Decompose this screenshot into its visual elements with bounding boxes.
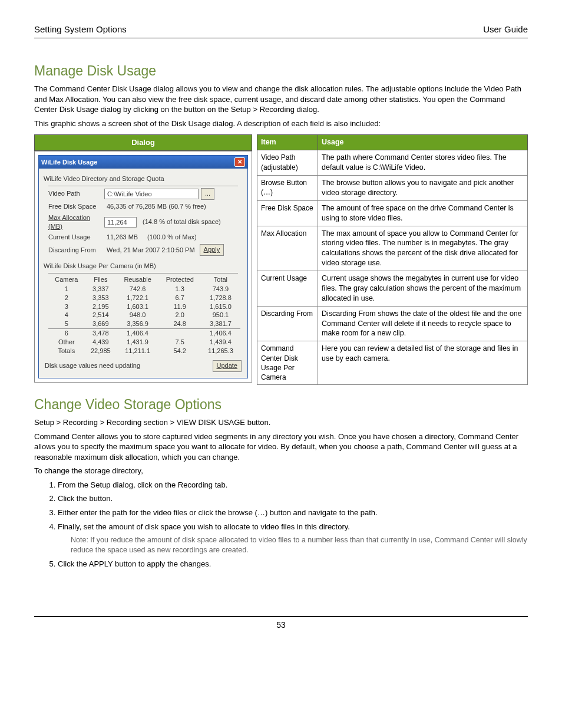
usage-cell-camera: 1 [48, 285, 85, 294]
section-title-change-video-storage: Change Video Storage Options [34, 396, 528, 414]
section1-para1: The Command Center Disk Usage dialog all… [34, 84, 528, 115]
usage-th-total: Total [201, 275, 240, 285]
usage-cell-reusable: 1,603.1 [117, 302, 158, 311]
desc-row: Current UsageCurrent usage shows the meg… [257, 271, 528, 307]
close-icon[interactable]: ✕ [234, 157, 245, 167]
desc-row: Free Disk SpaceThe amount of free space … [257, 200, 528, 226]
usage-th-protected: Protected [158, 275, 201, 285]
usage-cell-total: 11,265.3 [201, 347, 240, 355]
usage-cell-files: 4,439 [85, 338, 117, 347]
header-left: Setting System Options [34, 24, 127, 35]
current-usage-value: 11,263 MB [104, 232, 141, 242]
section2-para2: To change the storage directory, [34, 466, 528, 476]
usage-cell-reusable: 742.6 [117, 285, 158, 294]
label-discarding: Discarding From [48, 246, 104, 255]
max-alloc-input[interactable]: 11,264 [104, 217, 137, 228]
section-title-manage-disk-usage: Manage Disk Usage [34, 62, 528, 80]
usage-cell-camera: Totals [48, 347, 85, 355]
usage-row: Other4,4391,431.97.51,439.4 [48, 338, 240, 347]
usage-cell-files: 3,478 [85, 329, 117, 338]
usage-cell-reusable: 948.0 [117, 311, 158, 319]
section2-para1: Command Center allows you to store captu… [34, 431, 528, 463]
dialog-column-header: Dialog [34, 134, 252, 151]
discarding-value: Wed, 21 Mar 2007 2:10:50 PM [104, 245, 197, 255]
desc-th-usage: Usage [318, 135, 528, 150]
page-number: 53 [276, 620, 286, 630]
page-header: Setting System Options User Guide [34, 24, 528, 38]
step-3: Either enter the path for the video file… [58, 508, 528, 518]
usage-cell-camera: 4 [48, 311, 85, 319]
desc-th-item: Item [257, 135, 318, 150]
usage-row: 32,1951,603.111.91,615.0 [48, 302, 240, 311]
label-video-path: Video Path [48, 189, 104, 198]
usage-cell-protected: 54.2 [158, 347, 201, 355]
usage-row: Totals22,98511,211.154.211,265.3 [48, 347, 240, 355]
free-disk-value: 46,335 of 76,285 MB (60.7 % free) [104, 202, 209, 212]
usage-row: 23,3531,722.16.71,728.8 [48, 294, 240, 302]
disk-usage-dialog: WiLife Disk Usage ✕ WiLife Video Directo… [38, 155, 248, 378]
step4-note: Note: If you reduce the amount of disk s… [71, 535, 528, 555]
video-path-input[interactable]: C:\WiLife Video [104, 189, 199, 199]
usage-cell-reusable: 1,431.9 [117, 338, 158, 347]
label-current-usage: Current Usage [48, 233, 104, 242]
desc-usage: The amount of free space on the drive Co… [318, 200, 528, 226]
desc-usage: The max amount of space you allow to Com… [318, 226, 528, 271]
desc-item: Current Usage [257, 271, 318, 307]
usage-th-files: Files [85, 275, 117, 285]
group-storage-quota: WiLife Video Directory and Storage Quota [44, 174, 243, 183]
desc-row: Browse Button (…)The browse button allow… [257, 176, 528, 201]
section2-path: Setup > Recording > Recording section > … [34, 417, 528, 428]
desc-item: Free Disk Space [257, 200, 318, 226]
usage-cell-protected: 2.0 [158, 311, 201, 319]
group-usage-per-camera: WiLife Disk Usage Per Camera (in MB) [44, 262, 243, 271]
usage-cell-total: 1,439.4 [201, 338, 240, 347]
desc-item: Max Allocation [257, 226, 318, 271]
usage-cell-reusable: 1,722.1 [117, 294, 158, 302]
usage-cell-total: 743.9 [201, 285, 240, 294]
usage-cell-total: 3,381.7 [201, 319, 240, 328]
usage-cell-protected: 11.9 [158, 302, 201, 311]
usage-th-camera: Camera [48, 275, 85, 285]
steps-list: From the Setup dialog, click on the Reco… [58, 480, 528, 532]
usage-cell-protected: 1.3 [158, 285, 201, 294]
dialog-title: WiLife Disk Usage [41, 158, 97, 167]
desc-usage: Discarding From shows the date of the ol… [318, 306, 528, 341]
label-max-alloc: Max Allocation (MB) [48, 213, 104, 231]
description-table: Item Usage Video Path (adjustable)The pa… [257, 134, 528, 385]
usage-cell-camera: 5 [48, 319, 85, 328]
usage-cell-camera: 2 [48, 294, 85, 302]
usage-row: 53,6693,356.924.83,381.7 [48, 319, 240, 328]
usage-cell-files: 2,514 [85, 311, 117, 319]
desc-row: Video Path (adjustable)The path where Co… [257, 150, 528, 176]
usage-cell-total: 950.1 [201, 311, 240, 319]
usage-row: 42,514948.02.0950.1 [48, 311, 240, 319]
usage-cell-protected: 6.7 [158, 294, 201, 302]
usage-cell-protected [158, 329, 201, 338]
usage-cell-files: 3,353 [85, 294, 117, 302]
usage-th-reusable: Reusable [117, 275, 158, 285]
step-5: Click the APPLY button to apply the chan… [58, 559, 528, 569]
desc-item: Video Path (adjustable) [257, 150, 318, 176]
desc-item: Command Center Disk Usage Per Camera [257, 341, 318, 385]
usage-cell-camera: 6 [48, 329, 85, 338]
usage-table: Camera Files Reusable Protected Total 13… [48, 275, 240, 355]
usage-cell-camera: Other [48, 338, 85, 347]
current-usage-pct: (100.0 % of Max) [145, 232, 199, 242]
usage-row: 63,4781,406.41,406.4 [48, 329, 240, 338]
apply-button[interactable]: Apply [200, 244, 224, 256]
usage-cell-files: 3,337 [85, 285, 117, 294]
header-right: User Guide [483, 24, 528, 35]
section1-para2: This graphic shows a screen shot of the … [34, 118, 528, 129]
usage-cell-files: 22,985 [85, 347, 117, 355]
usage-cell-total: 1,406.4 [201, 329, 240, 338]
usage-cell-files: 3,669 [85, 319, 117, 328]
usage-cell-protected: 24.8 [158, 319, 201, 328]
steps-list-cont: Click the APPLY button to apply the chan… [58, 559, 528, 569]
update-note: Disk usage values need updating [45, 361, 140, 370]
desc-usage: Current usage shows the megabytes in cur… [318, 271, 528, 307]
usage-cell-camera: 3 [48, 302, 85, 311]
page-footer: 53 [34, 616, 528, 631]
browse-button[interactable]: ... [201, 188, 214, 200]
update-button[interactable]: Update [213, 360, 242, 372]
usage-cell-reusable: 1,406.4 [117, 329, 158, 338]
